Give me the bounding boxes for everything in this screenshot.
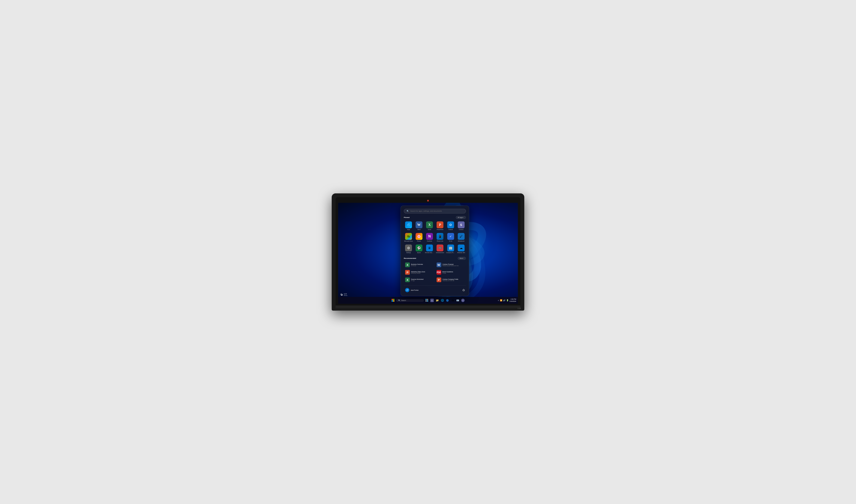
app-companyportal[interactable]: 🏢 Company Portal — [446, 244, 456, 254]
rec-brand-guidelines[interactable]: PDF Brand Guidelines 5h ago — [435, 269, 466, 276]
webcam-bar — [338, 200, 518, 201]
rec-contoso-proposal[interactable]: W Contoso Proposal Multiple people edite… — [435, 262, 466, 268]
app-whiteboard[interactable]: 🖊 Whiteboard — [457, 232, 466, 243]
search-input[interactable] — [410, 210, 463, 212]
taskbar-search[interactable]: 🔍 Search — [396, 299, 424, 302]
pinned-label: Pinned — [404, 216, 410, 218]
rec-info: Brand Guidelines 5h ago — [443, 271, 465, 274]
rec-sub: All Hands — [411, 265, 433, 266]
app-windows365[interactable]: ☁ Windows 365 — [457, 244, 466, 254]
svg-rect-7 — [393, 299, 394, 300]
rec-sub: Marketing Weekly — [411, 272, 433, 274]
time-display[interactable]: 2:30 PM 2/16/2024 — [510, 298, 516, 303]
chevron-up-icon[interactable]: ∧ — [498, 300, 499, 302]
onenote-label: OneNote — [427, 240, 432, 242]
taskbar-widgets[interactable] — [425, 298, 429, 303]
current-date: 2/16/2024 — [510, 300, 516, 303]
onenote-icon: N — [426, 233, 433, 240]
screen-bezel: 🔍 Pinned All apps › — [336, 197, 520, 306]
rec-expense-worksheet[interactable]: X Expense Worksheet 4h ago — [404, 276, 435, 283]
msstore-label: Microsoft Store — [404, 240, 413, 242]
windows-logo-icon — [392, 299, 395, 302]
app-edge[interactable]: Edge — [404, 220, 413, 231]
svg-rect-10 — [425, 299, 427, 300]
remotedesktop-icon: 🖥 — [426, 245, 433, 251]
edge-icon — [405, 221, 412, 228]
search-icon: 🔍 — [407, 210, 409, 212]
taskbar-explorer[interactable]: 📁 — [435, 298, 439, 303]
more-button[interactable]: More › — [458, 257, 466, 260]
rec-business-overview[interactable]: X Business Overview All Hands — [404, 262, 435, 268]
rec-icon-powerpoint2: P — [436, 277, 441, 282]
rec-sub: Multiple people edited just now — [443, 265, 465, 266]
rec-info: Contoso Company Profile Yesterday at 10:… — [443, 278, 465, 281]
taskbar-contoso[interactable]: C — [430, 298, 434, 303]
weather-temp: 71°F — [344, 293, 347, 295]
taskbar-store[interactable]: 🛍 — [450, 298, 455, 303]
contoso-icon: S — [458, 221, 465, 228]
app-powerpoint[interactable]: P PowerPoint — [435, 220, 445, 231]
phonelink-icon: 📱 — [436, 233, 443, 240]
windows-start-button[interactable] — [391, 298, 395, 303]
app-settings[interactable]: ⚙ Settings — [404, 244, 413, 254]
rec-icon-powerpoint: P — [405, 270, 410, 275]
remotedesktop-label: Remote Desktop — [425, 252, 434, 253]
taskbar-right: ∧ 📶 🔊 🔋 2:30 PM 2/16/2024 — [498, 298, 516, 303]
app-entertainment[interactable]: 🎮 Entertainment — [435, 244, 445, 254]
whiteboard-icon: 🖊 — [458, 233, 465, 240]
power-button[interactable]: ⏻ — [461, 288, 466, 292]
outlook-icon: O — [447, 221, 454, 228]
app-outlook[interactable]: O Outlook — [446, 220, 456, 231]
app-remotedesktop[interactable]: 🖥 Remote Desktop — [425, 244, 434, 254]
pinned-grid: Edge W Word X Excel — [404, 220, 466, 255]
start-menu: 🔍 Pinned All apps › — [400, 205, 469, 296]
recommended-header: Recommended More › — [404, 257, 466, 260]
all-apps-button[interactable]: All apps › — [456, 216, 466, 219]
companyportal-label: Company Portal — [446, 252, 455, 253]
powerpoint-icon: P — [436, 221, 443, 228]
rec-contoso-profile[interactable]: P Contoso Company Profile Yesterday at 1… — [435, 276, 466, 283]
sports-label: Sports — [417, 252, 421, 253]
current-time: 2:30 PM — [510, 298, 516, 300]
wifi-icon: 📶 — [500, 299, 502, 302]
recommended-label: Recommended — [404, 257, 416, 259]
weather-condition: Sunny — [344, 295, 347, 296]
rec-marketing-deck[interactable]: P Marketing Status Deck Marketing Weekly — [404, 269, 435, 276]
store-taskbar-icon: 🛍 — [451, 299, 454, 302]
taskbar-edge[interactable]: 🔵 — [445, 298, 450, 303]
app-excel[interactable]: X Excel — [425, 220, 434, 231]
user-profile[interactable]: JP Jack Purton — [404, 287, 420, 293]
app-todo[interactable]: ✓ To Do — [446, 232, 456, 243]
taskbar-chrome[interactable]: 🌐 — [440, 298, 445, 303]
app-phonelink[interactable]: 📱 Phone Link — [435, 232, 445, 243]
excel-icon: X — [426, 221, 433, 228]
sports-icon: ⚽ — [415, 245, 423, 251]
rec-icon-excel2: X — [405, 277, 410, 282]
webcam-dot — [427, 200, 429, 201]
rec-info: Expense Worksheet 4h ago — [411, 278, 433, 281]
rec-name: Expense Worksheet — [411, 278, 433, 280]
taskbar-teams[interactable]: T — [461, 298, 465, 303]
pinned-header: Pinned All apps › — [404, 216, 466, 219]
app-word[interactable]: W Word — [414, 220, 424, 231]
avatar-initials: JP — [406, 289, 409, 291]
edge-taskbar-icon: 🔵 — [446, 299, 449, 302]
taskbar-mail[interactable]: 📧 — [456, 298, 460, 303]
phonelink-label: Phone Link — [437, 240, 443, 242]
rec-icon-excel: X — [405, 263, 410, 267]
app-onenote[interactable]: N OneNote — [425, 232, 434, 243]
app-sports[interactable]: ⚽ Sports — [414, 244, 424, 254]
entertainment-label: Entertainment — [436, 252, 444, 253]
svg-rect-12 — [425, 300, 427, 302]
svg-rect-8 — [392, 300, 393, 302]
companyportal-icon: 🏢 — [447, 245, 454, 251]
search-box[interactable]: 🔍 — [404, 209, 466, 214]
svg-rect-11 — [427, 299, 428, 300]
outlook-label: Outlook — [448, 229, 453, 230]
whiteboard-label: Whiteboard — [458, 240, 464, 242]
svg-rect-6 — [392, 299, 393, 300]
svg-rect-9 — [393, 300, 394, 302]
app-msstore[interactable]: 🛍 Microsoft Store — [404, 232, 413, 243]
app-contoso[interactable]: S Contoso — [457, 220, 466, 231]
app-photos[interactable]: 🌸 Photos — [414, 232, 424, 243]
